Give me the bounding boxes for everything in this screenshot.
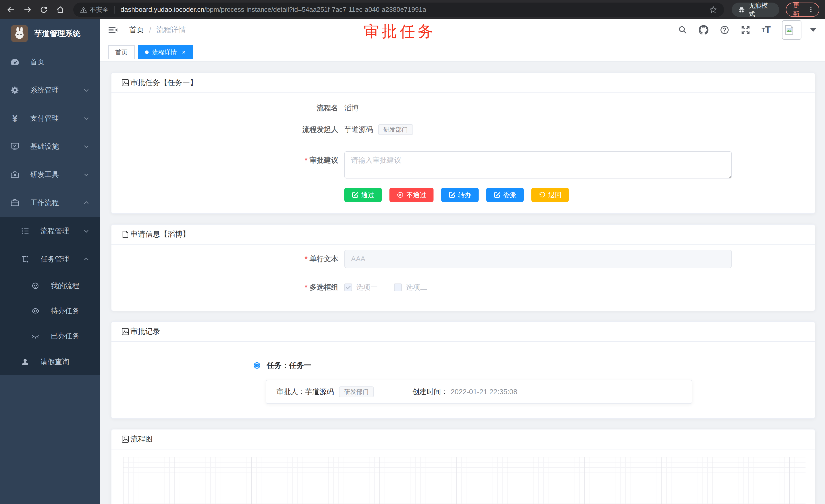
bpmn-grid-canvas[interactable] xyxy=(123,457,806,504)
process-name-label: 流程名 xyxy=(111,103,338,113)
approval-record-card: 审批记录 任务：任务一 审批人： 芋道源码 研发部门 创建时间： 2022-01… xyxy=(111,321,815,419)
picture-icon xyxy=(121,435,129,443)
suggestion-row: *审批建议 xyxy=(111,151,815,178)
checkbox-unchecked-icon xyxy=(394,283,402,291)
application-card-header: 申请信息【滔博】 xyxy=(111,225,815,245)
monitor-icon xyxy=(8,142,21,151)
edit-icon xyxy=(352,191,359,198)
incognito-badge: 无痕模式 xyxy=(732,3,779,17)
url-host: dashboard.yudao.iocoder.cn xyxy=(121,6,205,14)
breadcrumb-home[interactable]: 首页 xyxy=(129,25,144,35)
approval-suggestion-input[interactable] xyxy=(344,151,732,178)
application-card-title: 申请信息【滔博】 xyxy=(130,229,190,240)
chevron-up-icon xyxy=(83,199,90,206)
incognito-label: 无痕模式 xyxy=(749,1,773,18)
tabs-bar: 首页 流程详情 × xyxy=(100,41,825,62)
workflow-submenu: 流程管理 任务管理 我的流程 待办任务 xyxy=(0,217,100,375)
diagram-card-header: 流程图 xyxy=(111,429,815,449)
kebab-menu-icon xyxy=(808,6,814,13)
record-card-header: 审批记录 xyxy=(111,322,815,342)
sidebar-collapse-button[interactable] xyxy=(100,25,119,34)
app-title: 芋道管理系统 xyxy=(34,28,80,39)
transfer-button[interactable]: 转办 xyxy=(441,188,478,202)
eye-closed-icon xyxy=(29,332,42,340)
sidebar-item-todo-tasks[interactable]: 待办任务 xyxy=(0,299,100,324)
gear-icon xyxy=(8,86,21,95)
sidebar-item-my-process[interactable]: 我的流程 xyxy=(0,273,100,299)
sidebar-item-dev-tools[interactable]: 研发工具 xyxy=(0,161,100,189)
return-button[interactable]: 退回 xyxy=(531,188,569,202)
search-icon xyxy=(678,25,687,34)
avatar-dropdown-caret[interactable] xyxy=(810,28,816,32)
not-secure-warning-icon xyxy=(80,6,87,13)
browser-forward-button[interactable] xyxy=(22,4,33,15)
header-github-button[interactable] xyxy=(699,25,708,35)
suggestion-label: *审批建议 xyxy=(111,151,338,165)
url-path: /bpm/process-instance/detail?id=54aa251f… xyxy=(204,6,426,14)
browser-home-button[interactable] xyxy=(55,4,66,15)
sidebar-item-home[interactable]: 首页 xyxy=(0,48,100,76)
sidebar-item-leave-query[interactable]: 请假查询 xyxy=(0,348,100,375)
app-logo[interactable]: 芋道管理系统 xyxy=(0,19,100,48)
tab-close-icon[interactable]: × xyxy=(182,49,185,55)
page-content: 审批任务【任务一】 流程名 滔博 流程发起人 芋道源码 研发部门 xyxy=(100,62,825,504)
sidebar-item-done-tasks[interactable]: 已办任务 xyxy=(0,324,100,348)
sidebar-item-task-management[interactable]: 任务管理 xyxy=(0,245,100,273)
required-mark: * xyxy=(305,156,307,164)
diagram-card-title: 流程图 xyxy=(130,434,153,444)
single-text-label: *单行文本 xyxy=(111,254,338,264)
url-divider xyxy=(115,6,115,14)
undo-icon xyxy=(538,191,546,198)
header-search-button[interactable] xyxy=(678,25,687,34)
browser-update-menu[interactable]: 更新 xyxy=(786,3,819,17)
initiator-label: 流程发起人 xyxy=(111,125,338,135)
browser-back-button[interactable] xyxy=(6,4,16,15)
page-title-annotation: 审批任务 xyxy=(364,21,436,42)
browser-reload-button[interactable] xyxy=(39,4,49,15)
delegate-button[interactable]: 委派 xyxy=(486,188,524,202)
circle-close-icon xyxy=(397,191,404,198)
header-font-size-button[interactable]: TT xyxy=(762,24,771,35)
toolbox-icon xyxy=(8,170,21,179)
sidebar-item-system[interactable]: 系统管理 xyxy=(0,76,100,104)
user-avatar[interactable] xyxy=(782,20,802,40)
chevron-down-icon xyxy=(83,171,90,178)
chevron-up-icon xyxy=(83,256,90,262)
picture-icon xyxy=(121,328,129,336)
approver-label: 审批人： xyxy=(277,387,305,397)
briefcase-icon xyxy=(8,198,21,207)
tab-process-detail[interactable]: 流程详情 × xyxy=(138,45,193,59)
sidebar-item-workflow[interactable]: 工作流程 xyxy=(0,189,100,217)
sidebar-item-payment[interactable]: ¥ 支付管理 xyxy=(0,104,100,133)
process-diagram-card: 流程图 xyxy=(111,429,815,504)
url-bar[interactable]: 不安全 dashboard.yudao.iocoder.cn/bpm/proce… xyxy=(73,3,724,17)
reload-icon xyxy=(40,5,48,14)
approver-value: 芋道源码 xyxy=(305,387,334,397)
eye-open-icon xyxy=(29,307,42,315)
bookmark-star-icon[interactable] xyxy=(709,6,718,14)
broken-image-icon xyxy=(784,25,794,35)
initiator-row: 流程发起人 芋道源码 研发部门 xyxy=(111,124,815,135)
record-detail-box: 审批人： 芋道源码 研发部门 创建时间： 2022-01-21 22:35:08 xyxy=(266,380,692,404)
back-arrow-icon xyxy=(7,5,15,14)
flow-tree-icon xyxy=(18,255,32,263)
timeline-task-item: 任务：任务一 xyxy=(253,360,815,370)
help-icon xyxy=(720,25,730,35)
tab-home[interactable]: 首页 xyxy=(108,45,135,59)
sidebar-item-process-management[interactable]: 流程管理 xyxy=(0,217,100,245)
fullscreen-icon xyxy=(741,25,750,35)
breadcrumb: 首页 / 流程详情 xyxy=(129,25,186,35)
checkbox-option-1: 选项一 xyxy=(344,282,378,292)
document-icon xyxy=(121,230,129,238)
single-text-input: AAA xyxy=(344,250,732,268)
initiator-dept-tag: 研发部门 xyxy=(378,124,413,135)
header-help-button[interactable] xyxy=(720,25,730,35)
face-icon xyxy=(29,281,42,290)
list-tree-icon xyxy=(18,227,32,235)
approve-button[interactable]: 通过 xyxy=(344,188,382,202)
forward-arrow-icon xyxy=(23,5,32,14)
sidebar-item-infrastructure[interactable]: 基础设施 xyxy=(0,133,100,161)
task-name: 任务：任务一 xyxy=(267,360,311,370)
reject-button[interactable]: 不通过 xyxy=(389,188,434,202)
header-fullscreen-button[interactable] xyxy=(741,25,750,35)
